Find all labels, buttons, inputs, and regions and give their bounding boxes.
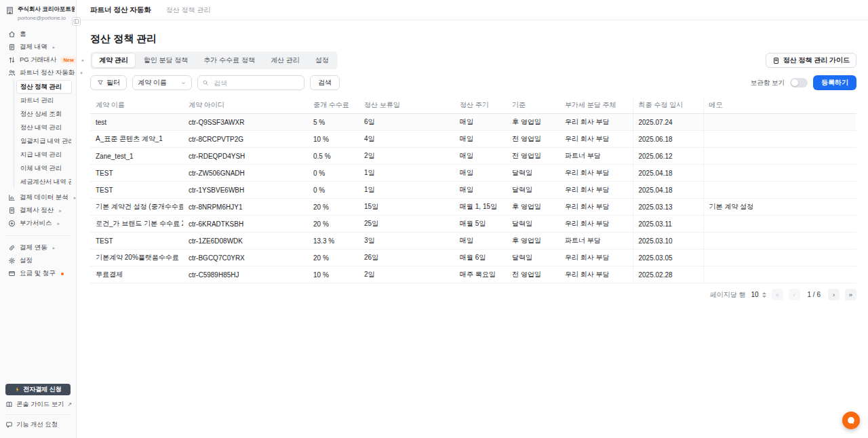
rows-per-page-select[interactable]: 10: [751, 291, 766, 298]
console-guide-link[interactable]: 콘솔 가이드 보기 ↗: [5, 395, 71, 411]
column-header: 중개 수수료: [308, 97, 359, 114]
receipt-icon: [8, 43, 16, 51]
epay-apply-button[interactable]: 전자결제 신청: [5, 384, 71, 395]
sidebar-item-payments[interactable]: 결제 내역 ▸: [4, 41, 72, 54]
toggle-knob: [791, 79, 798, 86]
table-row[interactable]: TESTctr-1ZE6D08WDK13.3 %3일매일후 영업일파트너 부담2…: [90, 233, 856, 250]
tab-settings[interactable]: 설정: [308, 53, 336, 68]
table-cell: 기본 계약 설정: [703, 199, 856, 216]
feature-request-link[interactable]: 기능 개선 요청: [5, 418, 71, 431]
sidebar-item-pg-reconciliation[interactable]: PG 거래대사 New ▸: [4, 54, 72, 66]
first-page-button[interactable]: «: [772, 289, 783, 300]
sidebar-item-partner-settlement[interactable]: 파트너 정산 자동화 ▾: [4, 66, 72, 79]
sidebar-subitem-tax-invoice-history[interactable]: 세금계산서 내역 관리: [16, 175, 72, 188]
sidebar-item-settings[interactable]: 설정: [4, 254, 72, 267]
table-cell: ctr-6KRADTKSBH: [183, 216, 308, 233]
sidebar-item-psp-settlement[interactable]: 결제사 정산 ▸: [4, 204, 72, 217]
sidebar-collapse-button[interactable]: [72, 17, 81, 26]
policy-guide-button[interactable]: 정산 정책 관리 가이드: [766, 53, 856, 68]
sidebar-item-label: 결제 연동: [20, 243, 47, 252]
table-cell: 달력일: [507, 165, 559, 182]
sidebar-item-payment-integration[interactable]: 결제 연동 ▸: [4, 241, 72, 254]
table-row[interactable]: testctr-Q9SSF3AWXR5 %6일매일후 영업일우리 회사 부담20…: [90, 114, 856, 131]
sidebar-item-label: 부가서비스: [20, 219, 52, 228]
column-header: 정산 주기: [454, 97, 507, 114]
table-cell: Zane_test_1: [90, 148, 183, 165]
sidebar-item-addon-services[interactable]: 부가서비스 ▸: [4, 217, 72, 230]
table-cell: 2일: [359, 148, 454, 165]
sidebar-item-billing[interactable]: 요금 및 청구: [4, 267, 72, 280]
sidebar-subitem-bulk-payout-history[interactable]: 일괄지급 내역 관리: [16, 134, 72, 148]
table-row[interactable]: TESTctr-1YSBVE6WBH0 %1일매일달력일우리 회사 부담2025…: [90, 182, 856, 199]
sidebar-item-payment-analytics[interactable]: 결제 데이터 분석 ▸: [4, 191, 72, 204]
home-icon: [8, 31, 16, 38]
table-cell: 무료결제: [90, 266, 183, 283]
sidebar-subitem-partner-management[interactable]: 파트너 관리: [16, 94, 72, 107]
prev-page-button[interactable]: ‹: [789, 289, 800, 300]
breadcrumb: 파트너 정산 자동화 정산 정책 관리: [77, 0, 868, 20]
sidebar-subitem-payout-history[interactable]: 지급 내역 관리: [16, 148, 72, 161]
table-row[interactable]: A_표준 콘텐츠 계약_1ctr-8CRCPVTP2G10 %4일매일전 영업일…: [90, 131, 856, 148]
table-cell: A_표준 콘텐츠 계약_1: [90, 131, 183, 148]
table-row[interactable]: 로건_가 브랜드 기본 수수료 20%ctr-6KRADTKSBH20 %25일…: [90, 216, 856, 233]
search-box: [197, 75, 304, 90]
search-input[interactable]: [197, 75, 304, 90]
table-cell: TEST: [90, 165, 183, 182]
sidebar-divider: [5, 414, 71, 415]
table-cell: 매월 6일: [454, 250, 507, 266]
table-cell: ctr-Q9SSF3AWXR: [183, 114, 308, 131]
table-cell: 전 영업일: [507, 148, 559, 165]
search-field-select[interactable]: 계약 이름: [132, 75, 192, 90]
filter-button[interactable]: 필터: [90, 75, 127, 90]
feedback-bubble-icon: [5, 421, 13, 429]
workspace-switcher[interactable]: 주식회사 코리아포트원 (Kore... portone@portone.io: [0, 5, 76, 21]
table-cell: 5 %: [308, 114, 359, 131]
table-cell: 달력일: [507, 250, 559, 266]
table-row[interactable]: 기본계약 20%플랫폼수수료ctr-BGCQ7C0YRX20 %26일매월 6일…: [90, 250, 856, 266]
chevron-right-icon: ▸: [74, 195, 77, 201]
table-cell: TEST: [90, 182, 183, 199]
sidebar-item-label: 파트너 정산 자동화: [20, 68, 75, 77]
table-cell: 2025.06.18: [633, 131, 703, 148]
table-row[interactable]: TESTctr-ZW506GNADH0 %1일매일달력일우리 회사 부담2025…: [90, 165, 856, 182]
table-cell: [703, 250, 856, 266]
table-cell: 파트너 부담: [559, 148, 633, 165]
tab-contract[interactable]: 계약 관리: [92, 53, 136, 68]
table-cell: 0 %: [308, 182, 359, 199]
table-cell: 13.3 %: [308, 233, 359, 250]
table-cell: 2025.06.12: [633, 148, 703, 165]
table-cell: 로건_가 브랜드 기본 수수료 20%: [90, 216, 183, 233]
search-button[interactable]: 검색: [310, 75, 340, 90]
gear-icon: [8, 257, 16, 264]
register-button[interactable]: 등록하기: [813, 75, 856, 90]
table-cell: 후 영업일: [507, 199, 559, 216]
sidebar-subitem-settlement-history[interactable]: 정산 내역 관리: [16, 121, 72, 134]
table-row[interactable]: Zane_test_1ctr-RDEQPD4YSH0.5 %2일매일전 영업일파…: [90, 148, 856, 165]
table-row[interactable]: 기본 계약건 설정 (중개수수료 20%)ctr-8NRPM6HJY120 %1…: [90, 199, 856, 216]
partners-icon: [8, 69, 16, 77]
archive-toggle[interactable]: [790, 78, 808, 87]
sidebar-item-label: 결제 내역: [20, 43, 47, 52]
tab-extra-fee-policy[interactable]: 추가 수수료 정책: [196, 53, 262, 68]
sidebar-subitem-settlement-policy[interactable]: 정산 정책 관리: [16, 80, 72, 94]
column-header: 계약 아이디: [183, 97, 308, 114]
breadcrumb-section[interactable]: 파트너 정산 자동화: [90, 5, 151, 15]
chat-launcher-button[interactable]: [842, 412, 860, 429]
table-cell: 후 영업일: [507, 114, 559, 131]
company-email: portone@portone.io: [18, 15, 75, 21]
next-page-button[interactable]: ›: [828, 289, 840, 300]
column-header: 계약 이름: [90, 97, 183, 114]
table-row[interactable]: 무료결제ctr-C5989H85HJ10 %2일매주 목요일전 영업일우리 회사…: [90, 266, 856, 283]
tab-discount-share-policy[interactable]: 할인 분담 정책: [136, 53, 196, 68]
sidebar-item-home[interactable]: 홈: [4, 28, 72, 41]
funnel-icon: [97, 79, 104, 86]
sidebar-subitem-settlement-detail[interactable]: 정산 상세 조회: [16, 107, 72, 121]
sidebar-subitem-transfer-history[interactable]: 이체 내역 관리: [16, 161, 72, 175]
tab-calculation[interactable]: 계산 관리: [263, 53, 307, 68]
table-cell: ctr-8CRCPVTP2G: [183, 131, 308, 148]
last-page-button[interactable]: »: [845, 289, 856, 300]
table-cell: 2025.03.13: [633, 199, 703, 216]
swap-arrows-icon: [8, 56, 16, 64]
sidebar-item-label: 요금 및 청구: [20, 269, 56, 278]
external-link-icon: ↗: [67, 401, 72, 407]
